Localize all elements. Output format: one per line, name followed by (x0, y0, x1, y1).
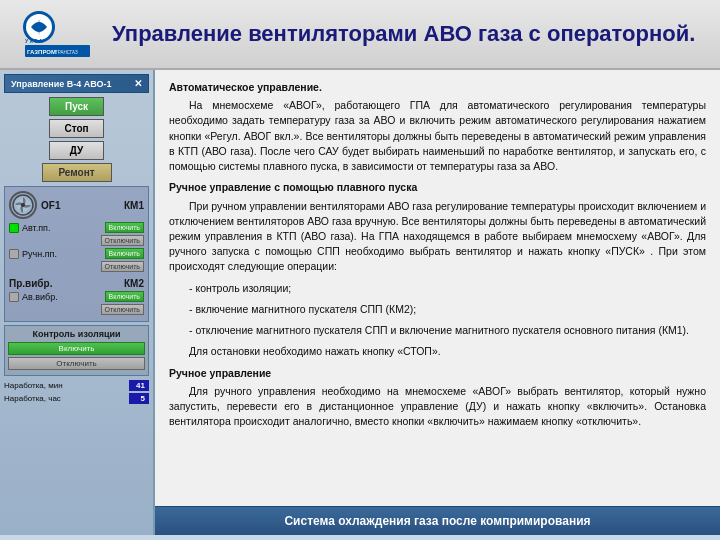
pusk-button[interactable]: Пуск (49, 97, 104, 116)
narab-chas-value: 5 (129, 393, 149, 404)
section3-text: Для ручного управления необходимо на мне… (169, 384, 706, 430)
ruch-off-button[interactable]: Отключить (101, 261, 144, 272)
fan-section: ОF1 КМ1 Авт.пп. Включить Отключить Ручн.… (4, 186, 149, 322)
main-layout: Управление В-4 АВО-1 ✕ Пуск Стоп ДУ Ремо… (0, 70, 720, 535)
panel-title-label: Управление В-4 АВО-1 (11, 79, 111, 89)
narab-min-value: 41 (129, 380, 149, 391)
header: ГАЗПРОМ ТРАНСГАЗ У Х Т А Управление вент… (0, 0, 720, 70)
avt-off-button[interactable]: Отключить (101, 235, 144, 246)
list-item-3: - отключение магнитного пускателя СПП и … (189, 323, 706, 338)
pr-vibr-dot (9, 292, 19, 302)
fan-icon (9, 191, 37, 219)
svg-text:ТРАНСГАЗ: ТРАНСГАЗ (55, 50, 78, 55)
section2-text: При ручном управлении вентиляторами АВО … (169, 199, 706, 275)
panel-title-bar: Управление В-4 АВО-1 ✕ (4, 74, 149, 93)
ruch-on-button[interactable]: Включить (105, 248, 144, 259)
svg-point-7 (21, 203, 25, 207)
right-content: Автоматическое управление. На мнемосхеме… (155, 70, 720, 535)
vibr-on-button[interactable]: Включить (105, 291, 144, 302)
gazprom-logo: ГАЗПРОМ ТРАНСГАЗ У Х Т А (17, 9, 97, 59)
stop-button[interactable]: Стоп (49, 119, 104, 138)
section1-text: На мнемосхеме «АВОГ», работающего ГПА дл… (169, 98, 706, 174)
svg-text:ГАЗПРОМ: ГАЗПРОМ (27, 49, 56, 55)
close-icon[interactable]: ✕ (134, 78, 142, 89)
control-buttons: Пуск Стоп ДУ Ремонт (4, 97, 149, 182)
isolation-on-button[interactable]: Включить (8, 342, 145, 355)
left-panel: Управление В-4 АВО-1 ✕ Пуск Стоп ДУ Ремо… (0, 70, 155, 535)
du-button[interactable]: ДУ (49, 141, 104, 160)
narab-min-label: Наработка, мин (4, 381, 127, 390)
isolation-title: Контроль изоляции (8, 329, 145, 339)
narab-section: Наработка, мин 41 Наработка, час 5 (4, 380, 149, 406)
ruch-label: Ручн.пп. (22, 249, 57, 259)
remont-button[interactable]: Ремонт (42, 163, 112, 182)
ruch-status-dot (9, 249, 19, 259)
svg-text:У Х Т А: У Х Т А (25, 38, 43, 44)
section3-title: Ручное управление (169, 366, 706, 381)
vibr-off-button[interactable]: Отключить (101, 304, 144, 315)
content-text: Автоматическое управление. На мнемосхеме… (155, 70, 720, 506)
footer-bar: Система охлаждения газа после компримиро… (155, 506, 720, 535)
km2-label: КМ2 (124, 278, 144, 289)
header-title: Управление вентиляторами АВО газа с опер… (112, 21, 708, 47)
stop-note: Для остановки необходимо нажать кнопку «… (169, 344, 706, 359)
list-item-1: - контроль изоляции; (189, 281, 706, 296)
km1-label: КМ1 (124, 200, 144, 211)
avt-on-button[interactable]: Включить (105, 222, 144, 233)
avt-status-dot (9, 223, 19, 233)
pr-vibr-label: Пр.вибр. (9, 278, 52, 289)
logo-area: ГАЗПРОМ ТРАНСГАЗ У Х Т А (12, 7, 102, 62)
section1-title: Автоматическое управление. (169, 80, 706, 95)
of1-label: ОF1 (41, 200, 60, 211)
isolation-off-button[interactable]: Отключить (8, 357, 145, 370)
isolation-section: Контроль изоляции Включить Отключить (4, 325, 149, 376)
avt-label: Авт.пп. (22, 223, 50, 233)
section2-title: Ручное управление с помощью плавного пус… (169, 180, 706, 195)
narab-chas-label: Наработка, час (4, 394, 127, 403)
av-vibr-label: Ав.вибр. (22, 292, 58, 302)
list-item-2: - включение магнитного пускателя СПП (КМ… (189, 302, 706, 317)
footer-text: Система охлаждения газа после компримиро… (284, 514, 590, 528)
